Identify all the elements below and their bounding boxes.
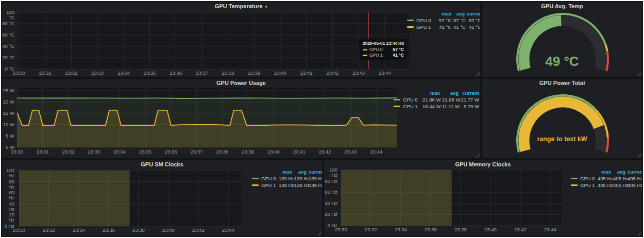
legend-series-row[interactable]: GPU 116.44 W11.11 W9.79 W <box>394 103 479 110</box>
legend-column-header[interactable]: max <box>436 11 451 16</box>
x-axis-label: 23:41 <box>291 149 308 155</box>
x-axis-label: 23:34 <box>70 228 88 233</box>
panel-title-gpu-power-usage[interactable]: GPU Power Usage <box>2 79 480 87</box>
panel-title-gpu-temperature[interactable]: GPU Temperature ▾ <box>2 2 480 10</box>
legend-series-row[interactable]: GPU 1405 Hz405 Hz405 Hz <box>571 182 642 189</box>
legend-column-header[interactable]: avg <box>292 169 307 175</box>
panel-title-gpu-sm-clocks[interactable]: GPU SM Clocks <box>2 160 322 168</box>
y-axis-label: 15 W <box>2 111 14 116</box>
x-axis-label: 23:32 <box>40 228 58 233</box>
panel-title-text: GPU Power Total <box>539 80 585 86</box>
legend-series-color-icon <box>252 178 259 179</box>
gauge-value-arc <box>524 102 599 150</box>
graph-legend: maxavgcurrentGPU 0139 Hz139 Hz139 HzGPU … <box>252 168 322 189</box>
legend-stat-value: 139 Hz <box>277 176 292 181</box>
y-axis-label: 20 °C <box>2 55 14 60</box>
legend-series-row[interactable]: GPU 0405 Hz405 Hz405 Hz <box>571 175 642 182</box>
y-axis-label: 40 °C <box>2 44 14 49</box>
legend-series-row[interactable]: GPU 1139 Hz139 Hz139 Hz <box>252 182 322 189</box>
legend-series-name[interactable]: GPU 0 <box>571 176 596 181</box>
x-axis-label: 23:42 <box>324 71 341 76</box>
legend-series-name[interactable]: GPU 0 <box>252 176 277 181</box>
x-axis-label: 23:42 <box>190 228 207 233</box>
x-axis-label: 23:38 <box>213 149 231 155</box>
legend-series-color-icon <box>407 20 414 21</box>
panel-resize-handle[interactable] <box>637 231 641 235</box>
x-axis-label: 23:42 <box>316 149 334 155</box>
panel-resize-handle[interactable] <box>475 153 480 158</box>
legend-column-header[interactable]: current <box>307 169 322 175</box>
legend-column-header[interactable]: current <box>459 90 479 96</box>
x-axis-label: 23:30 <box>10 71 28 76</box>
legend-series-name[interactable]: GPU 1 <box>571 182 596 188</box>
legend-stat-value: 57 °C <box>436 18 451 23</box>
legend-header-row: maxavgcurrent <box>571 168 642 175</box>
legend-series-row[interactable]: GPU 021.86 W21.68 W21.77 W <box>394 96 479 103</box>
legend-column-header[interactable]: avg <box>451 11 465 16</box>
x-axis-label: 23:41 <box>298 71 315 76</box>
legend-stat-value: 57 °C <box>451 18 465 23</box>
legend-column-header[interactable]: avg <box>611 169 625 175</box>
y-axis-label: 40 Hz <box>2 201 14 212</box>
x-axis-label: 23:34 <box>392 227 410 232</box>
y-axis-label: 10 W <box>2 122 14 127</box>
legend-header-row: maxavgcurrent <box>407 10 480 17</box>
legend-series-name[interactable]: GPU 0 <box>394 97 420 103</box>
panel-title-gpu-avg-temp[interactable]: GPU Avg. Temp <box>482 2 642 10</box>
panel-title-gpu-power-total[interactable]: GPU Power Total <box>482 79 642 87</box>
legend-series-name[interactable]: GPU 1 <box>407 24 436 30</box>
x-axis-label: 23:43 <box>350 71 367 76</box>
legend-series-row[interactable]: GPU 0139 Hz139 Hz139 Hz <box>252 175 322 182</box>
panel-gpu-power-total: GPU Power Total range to text kW <box>482 79 642 158</box>
legend-stat-value: 16.44 W <box>420 104 440 109</box>
gauge-threshold-arc <box>605 45 607 51</box>
legend-column-header[interactable]: current <box>625 169 642 175</box>
legend-column-header[interactable]: current <box>465 11 480 16</box>
legend-header-row: maxavgcurrent <box>252 168 322 175</box>
legend-series-name[interactable]: GPU 1 <box>394 104 420 109</box>
graph-gpu-memory-clocks: 100 Hz80 Hz60 Hz40 Hz20 Hz0 Hz23:3023:32… <box>324 160 642 236</box>
tooltip-row: GPU 0: 57 °C <box>363 47 404 52</box>
graph-legend: maxavgcurrentGPU 057 °C57 °C57 °CGPU 141… <box>407 10 480 30</box>
x-axis-label: 23:40 <box>160 228 177 233</box>
x-axis-label: 23:37 <box>193 71 211 76</box>
legend-stat-value: 405 Hz <box>625 182 642 188</box>
panel-resize-handle[interactable] <box>475 72 480 76</box>
panel-resize-handle[interactable] <box>637 72 641 76</box>
legend-series-name[interactable]: GPU 1 <box>252 182 277 188</box>
legend-column-header[interactable]: max <box>420 90 440 96</box>
y-axis-label: 80 Hz <box>2 179 14 190</box>
legend-column-header[interactable]: avg <box>440 90 459 96</box>
x-axis-label: 23:40 <box>482 227 499 232</box>
x-axis-label: 23:34 <box>111 149 128 155</box>
x-axis-label: 23:40 <box>272 71 289 76</box>
x-axis-label: 23:33 <box>89 71 106 76</box>
legend-series-name[interactable]: GPU 0 <box>407 18 436 23</box>
legend-stat-value: 21.86 W <box>420 97 440 103</box>
panel-title-text: GPU Power Usage <box>216 80 266 86</box>
series-color-icon <box>363 49 367 50</box>
legend-column-header[interactable]: max <box>596 169 611 175</box>
legend-column-header[interactable]: max <box>277 169 292 175</box>
y-axis-label: 25 W <box>2 88 14 93</box>
legend-series-row[interactable]: GPU 057 °C57 °C57 °C <box>407 17 480 24</box>
graph-tooltip: 2020-05-01 23:44:48 GPU 0: 57 °C GPU 1: … <box>359 39 408 60</box>
panel-resize-handle[interactable] <box>637 153 641 158</box>
panel-title-gpu-memory-clocks[interactable]: GPU Memory Clocks <box>324 160 642 168</box>
panel-title-text: GPU Memory Clocks <box>455 161 511 167</box>
x-axis-label: 23:44 <box>376 71 394 76</box>
legend-series-row[interactable]: GPU 141 °C41 °C41 °C <box>407 24 480 30</box>
y-axis-label: 20 W <box>2 99 14 105</box>
legend-stat-value: 21.68 W <box>440 97 459 103</box>
series-color-icon <box>363 55 367 56</box>
tooltip-row: GPU 1: 41 °C <box>363 53 404 58</box>
x-axis-label: 23:39 <box>245 71 263 76</box>
y-axis-label: 60 Hz <box>324 190 337 195</box>
legend-stat-value: 139 Hz <box>292 176 307 181</box>
panel-resize-handle[interactable] <box>317 231 321 235</box>
legend-series-color-icon <box>571 184 578 186</box>
legend-series-color-icon <box>394 99 400 100</box>
y-axis-label: 100 Hz <box>2 168 14 178</box>
y-axis-label: 80 °C <box>2 21 14 26</box>
x-axis-label: 23:39 <box>239 149 257 155</box>
